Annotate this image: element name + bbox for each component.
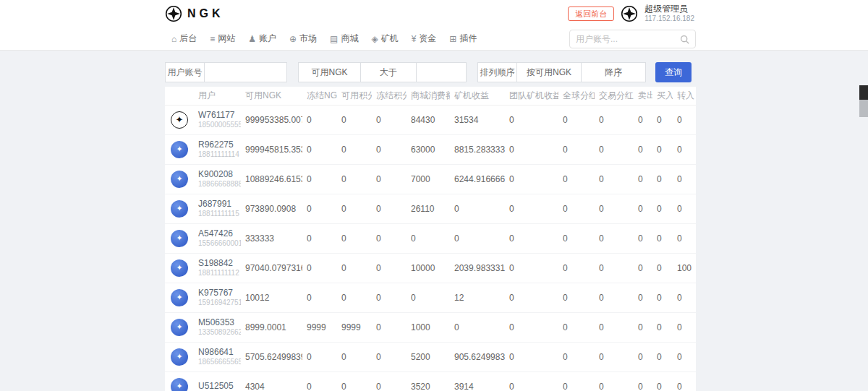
- value-cell: 3520: [407, 371, 450, 391]
- blue-avatar[interactable]: ✦: [171, 141, 188, 158]
- funds-icon: ¥: [412, 35, 417, 43]
- value-cell: 0: [302, 164, 337, 194]
- table-row[interactable]: ✦K9002081886666888810889246.615366000700…: [165, 164, 696, 194]
- value-cell: 0: [372, 312, 407, 342]
- value-cell: 0: [505, 283, 558, 312]
- value-cell: 0: [558, 342, 595, 371]
- value-cell: 0: [652, 253, 673, 283]
- nav-item-矿机[interactable]: ◈矿机: [365, 27, 404, 50]
- value-cell: 333333: [241, 223, 302, 253]
- avatar-cell: ✦: [165, 164, 194, 194]
- miner-icon: ◈: [371, 35, 378, 43]
- value-cell: 0: [595, 342, 634, 371]
- column-header: 可用NGK: [241, 87, 302, 105]
- ngk-logo-avatar[interactable]: ✦: [171, 111, 188, 129]
- scrollbar-track-segment[interactable]: [859, 100, 868, 117]
- user-phone: 18656665565: [198, 357, 241, 366]
- value-cell: 0: [558, 105, 595, 134]
- avatar-cell: ✦: [165, 283, 194, 312]
- value-cell: 5200: [407, 342, 450, 371]
- column-header: 全球分红: [558, 87, 595, 105]
- value-cell: 0: [302, 283, 337, 312]
- blue-avatar[interactable]: ✦: [171, 378, 188, 391]
- user-name: S198842: [198, 258, 241, 268]
- blue-avatar[interactable]: ✦: [171, 200, 188, 218]
- search-icon[interactable]: [680, 35, 689, 44]
- mall-icon: ▤: [330, 35, 338, 43]
- nav-label: 账户: [259, 33, 276, 45]
- blue-avatar[interactable]: ✦: [171, 230, 188, 247]
- field-select[interactable]: 可用NGK: [298, 62, 361, 82]
- blue-avatar[interactable]: ✦: [171, 259, 188, 277]
- order-direction-select[interactable]: 降序: [581, 62, 646, 82]
- admin-avatar-icon[interactable]: [621, 5, 638, 22]
- table-row[interactable]: ✦K9757671591694275110012000012000000: [165, 283, 696, 312]
- value-cell: 0: [407, 283, 450, 312]
- value-cell: 0: [652, 164, 673, 194]
- table-row[interactable]: ✦S1988421881111111297040.079731650001000…: [165, 253, 696, 283]
- table-row[interactable]: ✦J68799118811111115973890.09080002611000…: [165, 194, 696, 223]
- scrollbar-thumb[interactable]: [859, 85, 868, 100]
- value-cell: 0: [302, 223, 337, 253]
- table-row[interactable]: ✦U512505430400035203914000000: [165, 371, 696, 391]
- value-cell: 0: [673, 105, 696, 134]
- nav-item-商城[interactable]: ▤商城: [323, 27, 365, 50]
- user-phone: 15916942751: [198, 298, 241, 307]
- value-cell: 0: [595, 134, 634, 164]
- query-button[interactable]: 查询: [655, 62, 692, 82]
- table-row[interactable]: ✦M506353133508926628999.0001999999990100…: [165, 312, 696, 342]
- table-row[interactable]: ✦R96227518811111114999945815.35373000630…: [165, 134, 696, 164]
- value-cell: 0: [673, 194, 696, 223]
- value-cell: 26110: [407, 194, 450, 223]
- nav-item-网站[interactable]: ≡网站: [203, 27, 242, 50]
- blue-avatar[interactable]: ✦: [171, 319, 188, 336]
- nav-item-后台[interactable]: ⌂后台: [165, 27, 203, 50]
- value-cell: 0: [372, 223, 407, 253]
- value-cell: 999945815.35373: [241, 134, 302, 164]
- table-row[interactable]: ✦W76117718500005555999953385.00766000844…: [165, 105, 696, 134]
- blue-avatar[interactable]: ✦: [171, 348, 188, 366]
- nav-item-账户[interactable]: ♟账户: [242, 27, 283, 50]
- table-row[interactable]: ✦N986641186566655655705.6249983900052009…: [165, 342, 696, 371]
- table-row[interactable]: ✦A5474261556666000133333300000000000: [165, 223, 696, 253]
- value-cell: 10012: [241, 283, 302, 312]
- value-cell: 0: [673, 283, 696, 312]
- operator-select[interactable]: 大于: [360, 62, 417, 82]
- value-cell: 0: [673, 312, 696, 342]
- plugin-icon: ⊞: [449, 35, 456, 43]
- order-field-select[interactable]: 按可用NGK: [516, 62, 582, 82]
- value-cell: 0: [337, 253, 372, 283]
- nav-item-插件[interactable]: ⊞插件: [443, 27, 483, 50]
- value-filter-input[interactable]: [417, 63, 466, 82]
- order-label: 排列顺序: [477, 62, 517, 82]
- blue-avatar[interactable]: ✦: [171, 289, 188, 306]
- user-search-box[interactable]: [569, 30, 696, 48]
- column-header: 冻结NGK: [302, 87, 337, 105]
- nav-item-资金[interactable]: ¥资金: [405, 27, 443, 50]
- back-to-frontend-button[interactable]: 返回前台: [568, 7, 614, 21]
- value-cell: 0: [450, 223, 505, 253]
- value-cell: 3914: [450, 371, 505, 391]
- scrollbar[interactable]: [859, 51, 868, 391]
- user-name: J687991: [198, 199, 241, 209]
- value-cell: 0: [450, 312, 505, 342]
- column-header: 矿机收益: [450, 87, 505, 105]
- nav-item-市场[interactable]: ⊕市场: [283, 27, 323, 50]
- value-cell: 0: [558, 134, 595, 164]
- blue-avatar[interactable]: ✦: [171, 171, 188, 188]
- value-cell: 8999.0001: [241, 312, 302, 342]
- value-cell: 0: [505, 371, 558, 391]
- search-input[interactable]: [570, 34, 680, 44]
- nav-label: 商城: [341, 33, 358, 45]
- header-right: 返回前台 超级管理员 117.152.16.182: [568, 0, 694, 27]
- value-cell: 0: [595, 194, 634, 223]
- value-cell: 905.62499839: [450, 342, 505, 371]
- value-cell: 0: [634, 312, 652, 342]
- user-cell: M50635313350892662: [194, 312, 241, 342]
- value-cell: 0: [634, 105, 652, 134]
- brand-logo: NGK: [165, 0, 224, 27]
- value-cell: 0: [634, 194, 652, 223]
- value-cell: 0: [558, 312, 595, 342]
- account-filter-input[interactable]: [205, 63, 286, 82]
- value-cell: 0: [652, 134, 673, 164]
